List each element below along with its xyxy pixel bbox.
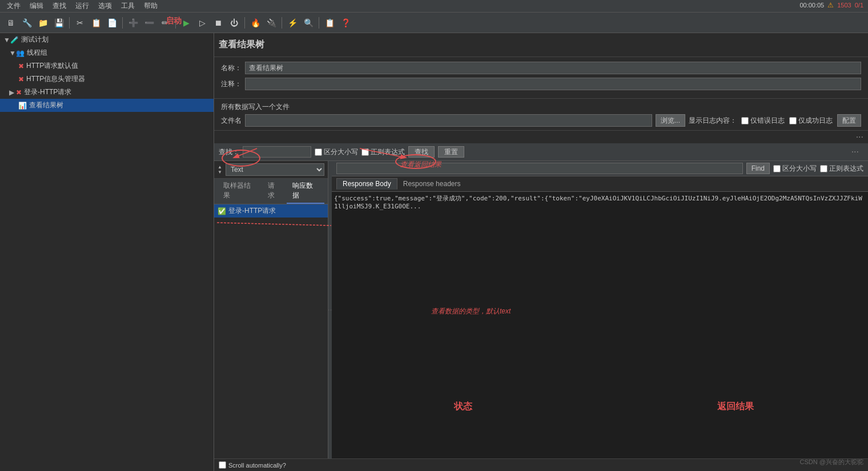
elapsed-time: 00:00:05 xyxy=(799,2,824,9)
toolbar-cut[interactable]: ✂ xyxy=(73,15,87,30)
file-area: 所有数据写入一个文件 文件名 浏览... 显示日志内容： 仅错误日志 仅成功日志 xyxy=(214,99,868,131)
case-sensitive-label: 区分大小写 xyxy=(324,147,358,157)
toolbar-remove[interactable]: ➖ xyxy=(142,15,156,30)
case-sensitive-checkbox[interactable] xyxy=(315,148,322,156)
menu-find[interactable]: 查找 xyxy=(48,0,71,12)
log-options: 显示日志内容： 仅错误日志 仅成功日志 配置 xyxy=(689,114,861,127)
resp-case-checkbox[interactable] xyxy=(773,165,781,172)
success-log-label: 仅成功日志 xyxy=(798,116,833,126)
response-subtabs: Response Body Response headers xyxy=(332,176,868,192)
search-label: 查找： xyxy=(219,147,239,157)
result-tree-item-login[interactable]: ✅ 登录-HTTP请求 xyxy=(214,204,328,218)
tree-label-login-request: 登录-HTTP请求 xyxy=(24,87,71,97)
toolbar-copy[interactable]: 📋 xyxy=(89,15,103,30)
name-input[interactable] xyxy=(245,62,861,74)
success-log-checkbox[interactable]: 仅成功日志 xyxy=(789,116,833,126)
data-type-select[interactable]: Text JSON XML HTML xyxy=(226,163,324,176)
menu-tools[interactable]: 工具 xyxy=(116,0,139,12)
subtab-response-body[interactable]: Response Body xyxy=(336,178,397,190)
toolbar-open[interactable]: 📁 xyxy=(35,15,50,30)
right-panel: 查看结果树 名称： 注释： 所有数据写入一个文件 文件名 浏 xyxy=(214,33,868,471)
toolbar-new[interactable]: 🖥 xyxy=(3,15,18,30)
tree-label-http-defaults: HTTP请求默认值 xyxy=(26,61,78,71)
resp-regex-check[interactable]: 正则表达式 xyxy=(820,164,863,174)
toolbar-collapse[interactable]: 📋 xyxy=(322,15,337,30)
tree-node-thread-group[interactable]: ▼ 👥 线程组 xyxy=(0,46,214,59)
search-reset-button[interactable]: 重置 xyxy=(438,146,464,158)
find-button[interactable]: Find xyxy=(746,163,770,174)
test-plan-icon: 🧪 xyxy=(10,36,19,44)
tab-response-data[interactable]: 响应数据 xyxy=(287,179,324,204)
toolbar-function[interactable]: ⚡ xyxy=(285,15,300,30)
menu-help[interactable]: 帮助 xyxy=(139,0,162,12)
more-dots-search[interactable]: ··· xyxy=(847,146,863,158)
toolbar-open-templates[interactable]: 🔧 xyxy=(19,15,34,30)
resp-case-label: 区分大小写 xyxy=(782,164,817,174)
toolbar-paste[interactable]: 📄 xyxy=(105,15,119,30)
toolbar-edit[interactable]: ✏ xyxy=(158,15,172,30)
response-body-text: {"success":true,"message":"登录成功","code":… xyxy=(334,194,866,210)
login-request-icon: ✖ xyxy=(16,88,22,96)
response-search-input[interactable] xyxy=(336,163,743,174)
toolbar-start[interactable]: ▶ xyxy=(179,15,194,30)
toolbar-clear-all[interactable]: 🔥 xyxy=(248,15,263,30)
left-panel: ▼ 🧪 测试计划 ▼ 👥 线程组 ✖ HTTP请求默认值 ✖ HTTP信息头管理… xyxy=(0,33,214,471)
result-tree-item-label: 登录-HTTP请求 xyxy=(228,206,276,216)
file-desc: 所有数据写入一个文件 xyxy=(221,102,861,112)
tree-label-view-result: 查看结果树 xyxy=(29,100,63,110)
more-dots-top[interactable]: ··· xyxy=(214,131,868,143)
menu-file[interactable]: 文件 xyxy=(2,0,25,12)
down-arrow[interactable]: ▼ xyxy=(218,170,222,175)
tree-node-test-plan[interactable]: ▼ 🧪 测试计划 xyxy=(0,33,214,46)
tree-arrow-login: ▶ xyxy=(9,88,16,96)
error-log-label: 仅错误日志 xyxy=(750,116,785,126)
toolbar-start-no-pause[interactable]: ▷ xyxy=(195,15,210,30)
comment-input[interactable] xyxy=(245,78,861,90)
success-log-check[interactable] xyxy=(789,117,797,124)
warning-icon: ⚠ xyxy=(827,1,834,9)
regex-check[interactable]: 正则表达式 xyxy=(361,147,405,157)
config-button[interactable]: 配置 xyxy=(837,114,861,127)
tree-node-login-request[interactable]: ▶ ✖ 登录-HTTP请求 xyxy=(0,86,214,99)
search-find-button[interactable]: 查找 xyxy=(408,146,435,158)
tree-label-test-plan: 测试计划 xyxy=(21,35,49,45)
toolbar-add[interactable]: ➕ xyxy=(126,15,140,30)
error-log-check[interactable] xyxy=(741,117,749,124)
browse-button[interactable]: 浏览... xyxy=(656,114,685,127)
menu-options[interactable]: 选项 xyxy=(94,0,116,12)
tab-request[interactable]: 请求 xyxy=(262,179,287,204)
menubar: 文件 编辑 查找 运行 选项 工具 帮助 00:00:05 ⚠ 1503 0/1 xyxy=(0,0,868,13)
toolbar-save[interactable]: 💾 xyxy=(51,15,66,30)
regex-checkbox[interactable] xyxy=(361,148,369,156)
tree-node-http-defaults[interactable]: ✖ HTTP请求默认值 xyxy=(0,59,214,73)
up-arrow[interactable]: ▲ xyxy=(218,164,222,170)
scroll-auto-label: Scroll automatically? xyxy=(228,462,286,469)
toolbar-clear[interactable]: 🔌 xyxy=(264,15,279,30)
tree-arrow-thread: ▼ xyxy=(9,49,16,57)
toolbar-help[interactable]: ❓ xyxy=(338,15,353,30)
name-row: 名称： xyxy=(221,62,861,74)
log-display-label: 显示日志内容： xyxy=(689,116,737,126)
content-area: ▲ ▼ Text JSON XML HTML 查看数据的类型，默认text xyxy=(214,161,868,458)
name-label: 名称： xyxy=(221,63,242,73)
resp-regex-checkbox[interactable] xyxy=(820,165,827,172)
menu-edit[interactable]: 编辑 xyxy=(25,0,48,12)
thread-group-icon: 👥 xyxy=(16,49,25,57)
search-input[interactable] xyxy=(243,146,311,158)
comment-row: 注释： xyxy=(221,78,861,90)
error-count: 1503 xyxy=(837,2,851,9)
resp-case-check[interactable]: 区分大小写 xyxy=(773,164,817,174)
toolbar-stop[interactable]: ⏹ xyxy=(211,15,226,30)
toolbar-search[interactable]: 🔍 xyxy=(301,15,316,30)
tree-node-http-manager[interactable]: ✖ HTTP信息头管理器 xyxy=(0,73,214,86)
case-sensitive-check[interactable]: 区分大小写 xyxy=(315,147,358,157)
file-input[interactable] xyxy=(245,114,652,127)
error-log-checkbox[interactable]: 仅错误日志 xyxy=(741,116,785,126)
comment-label: 注释： xyxy=(221,79,242,89)
menu-run[interactable]: 运行 xyxy=(71,0,94,12)
toolbar-shutdown[interactable]: ⏻ xyxy=(227,15,242,30)
tree-node-view-result[interactable]: 📊 查看结果树 xyxy=(0,99,214,112)
scroll-auto-checkbox[interactable] xyxy=(219,461,226,469)
subtab-response-headers[interactable]: Response headers xyxy=(397,179,467,189)
tab-sampler-result[interactable]: 取样器结果 xyxy=(218,179,262,204)
